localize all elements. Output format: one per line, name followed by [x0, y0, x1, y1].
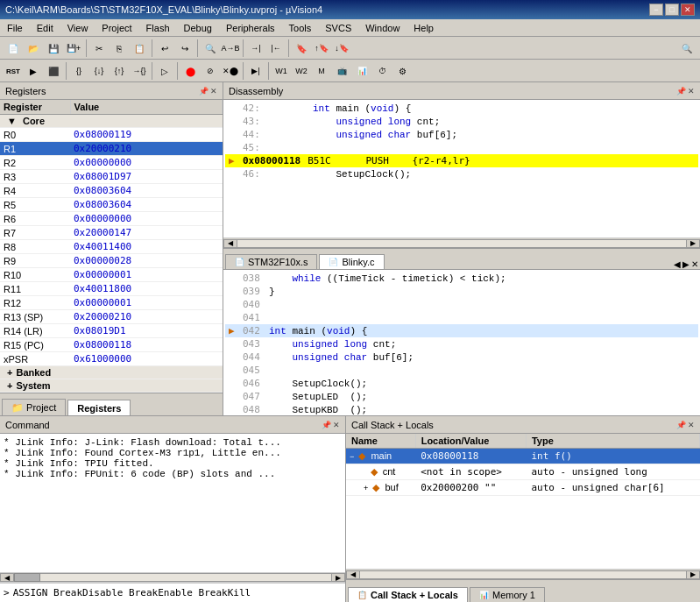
prev-bookmark-btn[interactable]: ↑🔖 — [312, 39, 331, 58]
mem-btn[interactable]: M — [312, 61, 331, 81]
tab-callstack[interactable]: 📋 Call Stack + Locals — [348, 587, 468, 602]
cs-close-icon[interactable]: ✕ — [688, 421, 695, 429]
indent-btn[interactable]: →| — [246, 39, 265, 58]
reg-row-r0[interactable]: R00x08000119 — [0, 128, 223, 142]
redo-btn[interactable]: ↪ — [175, 39, 194, 58]
minimize-button[interactable]: − — [649, 4, 663, 16]
cmd-scrollbar-area[interactable]: ◀ ▶ — [0, 572, 345, 583]
run-btn[interactable]: ▶ — [24, 61, 43, 81]
reg-row-r11[interactable]: R110x40011800 — [0, 282, 223, 296]
close-panel-icon[interactable]: ✕ — [210, 87, 217, 96]
next-bookmark-btn[interactable]: ↓🔖 — [332, 39, 351, 58]
outdent-btn[interactable]: |← — [266, 39, 286, 58]
cs-row-cnt[interactable]: ◆ cnt <not in scope> auto - unsigned lon… — [346, 464, 700, 480]
find-btn[interactable]: 🔍 — [201, 39, 220, 58]
callstack-table-container[interactable]: Name Location/Value Type − ◆ main — [346, 434, 700, 569]
reg-row-r5[interactable]: R50x08003604 — [0, 198, 223, 212]
tab-memory1[interactable]: 📊 Memory 1 — [470, 587, 545, 602]
serial-btn[interactable]: 📺 — [332, 61, 351, 81]
menu-window[interactable]: Window — [358, 21, 407, 35]
tab-registers[interactable]: Registers — [67, 400, 131, 416]
command-output[interactable]: * JLink Info: J-Link: Flash download: To… — [0, 434, 345, 572]
reg-row-r15--pc-[interactable]: R15 (PC)0x08000118 — [0, 338, 223, 352]
step-over-btn[interactable]: {↓} — [89, 61, 109, 81]
reg-row-r9[interactable]: R90x00000028 — [0, 254, 223, 268]
breakpoint-btn[interactable]: ⬤ — [180, 61, 200, 81]
tab-close-icon[interactable]: ✕ — [691, 259, 698, 269]
tab-project[interactable]: 📁 Project — [2, 399, 66, 416]
cs-scroll-left[interactable]: ◀ — [346, 570, 360, 579]
new-btn[interactable]: 📄 — [4, 39, 23, 58]
menu-help[interactable]: Help — [407, 21, 441, 35]
reg-row-r8[interactable]: R80x40011400 — [0, 240, 223, 254]
tab-scroll-left[interactable]: ◀ — [674, 259, 681, 269]
disasm-close-icon[interactable]: ✕ — [688, 87, 695, 96]
menu-view[interactable]: View — [60, 21, 95, 35]
show-next-btn[interactable]: ▶| — [246, 61, 265, 81]
maximize-button[interactable]: □ — [665, 4, 679, 16]
undo-btn[interactable]: ↩ — [155, 39, 174, 58]
cmd-close-icon[interactable]: ✕ — [333, 421, 340, 429]
reg-row-r4[interactable]: R40x08003604 — [0, 184, 223, 198]
cmd-scroll-thumb[interactable] — [14, 573, 40, 582]
tab-blinky[interactable]: 📄 Blinky.c — [319, 254, 384, 269]
reg-row-r10[interactable]: R100x00000001 — [0, 268, 223, 282]
disable-bp-btn[interactable]: ⊘ — [201, 61, 220, 81]
menu-svcs[interactable]: SVCS — [318, 21, 358, 35]
tab-stm32[interactable]: 📄 STM32F10x.s — [225, 254, 317, 269]
tab-scroll-right[interactable]: ▶ — [682, 259, 689, 269]
cs-h-scrollbar[interactable] — [360, 570, 686, 579]
menu-edit[interactable]: Edit — [30, 21, 60, 35]
debug-run-btn[interactable]: ▷ — [155, 61, 174, 81]
watch1-btn[interactable]: W1 — [272, 61, 291, 81]
save-btn[interactable]: 💾 — [44, 39, 63, 58]
settings-icon[interactable]: ⚙ — [392, 61, 412, 81]
cs-scroll-right[interactable]: ▶ — [686, 570, 700, 579]
run-to-btn[interactable]: →{} — [130, 61, 149, 81]
cmd-h-scrollbar[interactable] — [40, 573, 331, 582]
kill-bp-btn[interactable]: ✕⬤ — [221, 61, 240, 81]
menu-file[interactable]: File — [0, 21, 30, 35]
reg-row-xpsr[interactable]: xPSR0x61000000 — [0, 352, 223, 366]
scroll-right-btn[interactable]: ▶ — [686, 239, 700, 248]
menu-project[interactable]: Project — [95, 21, 138, 35]
menu-flash[interactable]: Flash — [139, 21, 177, 35]
cs-scrollbar-area[interactable]: ◀ ▶ — [346, 569, 700, 579]
cs-pin-icon[interactable]: 📌 — [676, 421, 686, 429]
reg-row-r14--lr-[interactable]: R14 (LR)0x08019D1 — [0, 324, 223, 338]
pin-icon[interactable]: 📌 — [199, 87, 209, 96]
step-out-btn[interactable]: {↑} — [110, 61, 129, 81]
system-expand[interactable]: + — [7, 380, 12, 391]
menu-peripherals[interactable]: Peripherals — [219, 21, 282, 35]
menu-tools[interactable]: Tools — [282, 21, 319, 35]
reset-btn[interactable]: RST — [4, 61, 23, 81]
banked-expand[interactable]: + — [7, 367, 12, 378]
reg-row-r3[interactable]: R30x08001D97 — [0, 170, 223, 184]
search-icon[interactable]: 🔍 — [677, 39, 696, 58]
cmd-scroll-right[interactable]: ▶ — [331, 573, 345, 582]
copy-btn[interactable]: ⎘ — [110, 39, 129, 58]
bookmark-btn[interactable]: 🔖 — [292, 39, 311, 58]
close-button[interactable]: ✕ — [681, 4, 695, 16]
core-expand-icon[interactable]: ▼ — [7, 116, 17, 126]
registers-table-container[interactable]: Register Value ▼ Core R00x08000119R10x20… — [0, 100, 223, 393]
reg-row-r13--sp-[interactable]: R13 (SP)0x20000210 — [0, 310, 223, 324]
cs-row-main[interactable]: − ◆ main 0x08000118 int f() — [346, 449, 700, 464]
stop-btn[interactable]: ⬛ — [44, 61, 63, 81]
command-input[interactable] — [13, 587, 342, 598]
replace-btn[interactable]: A→B — [221, 39, 240, 58]
cut-btn[interactable]: ✂ — [89, 39, 109, 58]
cmd-pin-icon[interactable]: 📌 — [322, 421, 331, 429]
h-scrollbar[interactable] — [237, 239, 686, 248]
reg-row-r2[interactable]: R20x00000000 — [0, 156, 223, 170]
reg-row-r1[interactable]: R10x20000210 — [0, 142, 223, 156]
watch2-btn[interactable]: W2 — [292, 61, 311, 81]
disassembly-code-area[interactable]: 42: int main (void) { 43: unsigned long … — [223, 100, 700, 237]
cmd-scroll-left[interactable]: ◀ — [0, 573, 14, 582]
scroll-left-btn[interactable]: ◀ — [223, 239, 237, 248]
perf-btn[interactable]: ⏱ — [372, 61, 392, 81]
reg-row-r7[interactable]: R70x20000147 — [0, 226, 223, 240]
cs-row-buf[interactable]: + ◆ buf 0x20000200 "" auto - unsigned ch… — [346, 480, 700, 496]
save-all-btn[interactable]: 💾+ — [64, 39, 83, 58]
disasm-pin-icon[interactable]: 📌 — [676, 87, 686, 96]
